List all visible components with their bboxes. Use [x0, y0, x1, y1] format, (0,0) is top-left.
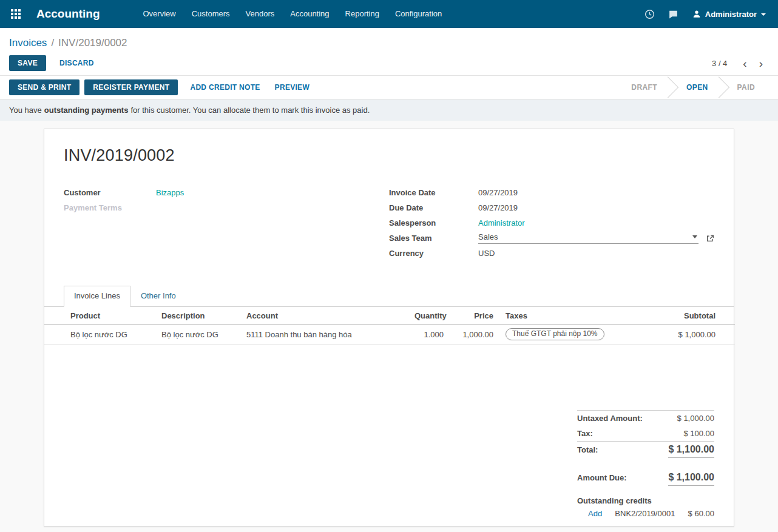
menu-item-vendors[interactable]: Vendors: [238, 0, 283, 28]
outstanding-payments-banner: You have outstanding payments for this c…: [0, 99, 778, 121]
invoice-title: INV/2019/0002: [64, 146, 714, 165]
discard-button[interactable]: DISCARD: [52, 55, 101, 71]
status-open[interactable]: OPEN: [672, 76, 723, 99]
top-navbar: Accounting Overview Customers Vendors Ac…: [0, 0, 778, 28]
preview-button[interactable]: PREVIEW: [268, 79, 317, 95]
menu-item-customers[interactable]: Customers: [184, 0, 238, 28]
invoice-sheet: INV/2019/0002 Customer Bizapps Payment T…: [44, 129, 734, 527]
activities-clock-icon[interactable]: [638, 0, 661, 28]
customer-link[interactable]: Bizapps: [156, 188, 184, 197]
line-account-cell[interactable]: 5111 Doanh thu bán hàng hóa: [240, 325, 408, 345]
amount-due-label: Amount Due:: [577, 473, 627, 482]
payment-terms-field-row: Payment Terms: [64, 202, 389, 214]
column-header-product[interactable]: Product: [44, 307, 155, 325]
navbar-right: Administrator: [638, 0, 772, 28]
invoice-date-field-row: Invoice Date 09/27/2019: [389, 187, 714, 198]
menu-item-overview[interactable]: Overview: [135, 0, 184, 28]
untaxed-amount-label: Untaxed Amount:: [577, 414, 643, 423]
outstanding-credits-title: Outstanding credits: [577, 489, 714, 509]
banner-text-after: for this customer. You can allocate them…: [130, 106, 370, 115]
table-header-row: Product Description Account Quantity Pri…: [44, 307, 735, 325]
invoice-line-row[interactable]: Bộ lọc nước DG Bộ lọc nước DG 5111 Doanh…: [44, 325, 735, 345]
column-header-taxes[interactable]: Taxes: [499, 307, 655, 325]
currency-value: USD: [478, 249, 495, 258]
pager: 3 / 4 ‹ ›: [712, 58, 769, 69]
total-value: $ 1,100.00: [668, 444, 714, 458]
main-menu: Overview Customers Vendors Accounting Re…: [135, 0, 450, 28]
status-draft[interactable]: DRAFT: [617, 76, 672, 99]
credit-reference: BNK2/2019/0001: [615, 509, 675, 518]
action-bar: SEND & PRINT REGISTER PAYMENT ADD CREDIT…: [0, 75, 778, 99]
salesperson-field-row: Salesperson Administrator: [389, 217, 714, 229]
line-product-cell[interactable]: Bộ lọc nước DG: [44, 325, 155, 345]
apps-grid-icon: [11, 9, 21, 19]
menu-item-reporting[interactable]: Reporting: [337, 0, 387, 28]
amount-due-row: Amount Due: $ 1,100.00: [577, 469, 714, 489]
menu-item-configuration[interactable]: Configuration: [387, 0, 450, 28]
line-price-cell[interactable]: 1,000.00: [450, 325, 499, 345]
total-row: Total: $ 1,100.00: [577, 441, 714, 461]
line-subtotal-cell[interactable]: $ 1,000.00: [655, 325, 735, 345]
messages-chat-icon[interactable]: [661, 0, 685, 28]
register-payment-button[interactable]: REGISTER PAYMENT: [84, 79, 178, 95]
sales-team-caret-down-icon: [692, 235, 697, 238]
tab-other-info[interactable]: Other Info: [130, 286, 186, 306]
salesperson-label: Salesperson: [389, 218, 478, 227]
apps-menu-button[interactable]: [0, 0, 32, 28]
banner-text-bold: outstanding payments: [44, 106, 129, 115]
sales-team-label: Sales Team: [389, 234, 478, 243]
tax-label: Tax:: [577, 429, 593, 438]
totals-panel: Untaxed Amount: $ 1,000.00 Tax: $ 100.00…: [577, 410, 714, 518]
due-date-value: 09/27/2019: [478, 203, 518, 212]
breadcrumb: Invoices / INV/2019/0002: [0, 28, 778, 51]
pager-value: 3 / 4: [712, 59, 727, 68]
app-name[interactable]: Accounting: [36, 7, 100, 21]
menu-item-accounting[interactable]: Accounting: [282, 0, 337, 28]
column-header-account[interactable]: Account: [240, 307, 408, 325]
column-header-subtotal[interactable]: Subtotal: [655, 307, 735, 325]
form-view: INV/2019/0002 Customer Bizapps Payment T…: [0, 121, 778, 532]
pager-next-button[interactable]: ›: [753, 58, 769, 69]
outstanding-credit-row: Add BNK2/2019/0001 $ 60.00: [577, 509, 714, 518]
sales-team-external-link-icon[interactable]: [706, 234, 714, 243]
line-description-cell[interactable]: Bộ lọc nước DG: [155, 325, 240, 345]
column-header-description[interactable]: Description: [155, 307, 240, 325]
field-group-right: Invoice Date 09/27/2019 Due Date 09/27/2…: [389, 187, 714, 263]
tax-badge: Thuế GTGT phải nộp 10%: [506, 328, 604, 340]
customer-label: Customer: [64, 188, 156, 197]
status-paid[interactable]: PAID: [723, 76, 770, 99]
add-credit-note-button[interactable]: ADD CREDIT NOTE: [183, 79, 267, 95]
tax-row: Tax: $ 100.00: [577, 426, 714, 441]
send-print-button[interactable]: SEND & PRINT: [9, 79, 79, 95]
untaxed-amount-row: Untaxed Amount: $ 1,000.00: [577, 411, 714, 426]
save-button[interactable]: SAVE: [9, 55, 46, 71]
user-caret-down-icon: [761, 13, 766, 16]
breadcrumb-current: INV/2019/0002: [58, 37, 127, 49]
pager-previous-button[interactable]: ‹: [737, 58, 753, 69]
line-quantity-cell[interactable]: 1.000: [408, 325, 450, 345]
invoice-date-label: Invoice Date: [389, 188, 478, 197]
user-menu[interactable]: Administrator: [685, 0, 772, 28]
salesperson-link[interactable]: Administrator: [478, 218, 525, 227]
tab-invoice-lines[interactable]: Invoice Lines: [64, 286, 130, 307]
invoice-date-value: 09/27/2019: [478, 188, 518, 197]
credit-amount: $ 60.00: [688, 509, 714, 518]
sales-team-value: Sales: [478, 232, 692, 241]
untaxed-amount-value: $ 1,000.00: [677, 414, 714, 423]
total-label: Total:: [577, 445, 598, 454]
amount-due-value: $ 1,100.00: [668, 472, 714, 486]
breadcrumb-separator: /: [51, 37, 54, 49]
edit-controls-row: SAVE DISCARD 3 / 4 ‹ ›: [0, 51, 778, 75]
column-header-price[interactable]: Price: [450, 307, 499, 325]
add-credit-link[interactable]: Add: [588, 509, 602, 518]
due-date-field-row: Due Date 09/27/2019: [389, 202, 714, 214]
column-header-quantity[interactable]: Quantity: [408, 307, 450, 325]
statusbar: DRAFT OPEN PAID: [617, 76, 778, 99]
payment-terms-label: Payment Terms: [64, 203, 156, 212]
line-taxes-cell[interactable]: Thuế GTGT phải nộp 10%: [499, 325, 655, 345]
notebook: Invoice Lines Other Info Product Descrip…: [44, 286, 734, 345]
page: Accounting Overview Customers Vendors Ac…: [0, 0, 778, 532]
user-name: Administrator: [705, 10, 757, 19]
sales-team-select[interactable]: Sales: [478, 232, 699, 244]
breadcrumb-invoices-link[interactable]: Invoices: [9, 37, 47, 49]
